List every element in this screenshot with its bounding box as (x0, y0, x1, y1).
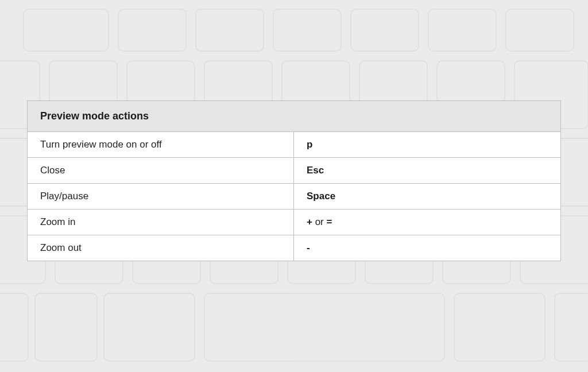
shortcut-cell: Space (294, 184, 560, 209)
action-cell: Turn preview mode on or off (28, 132, 294, 157)
action-label: Turn preview mode on or off (40, 139, 162, 150)
table-body: Turn preview mode on or offpCloseEscPlay… (28, 132, 560, 261)
shortcut-cell: Esc (294, 158, 560, 183)
table-title: Preview mode actions (40, 110, 149, 122)
action-cell: Play/pause (28, 184, 294, 209)
table-row: Play/pauseSpace (28, 184, 560, 210)
key-label: + (307, 216, 312, 227)
action-label: Zoom in (40, 216, 75, 227)
key-separator: or (312, 216, 327, 227)
action-label: Close (40, 165, 65, 176)
key-label: Esc (307, 165, 324, 176)
action-label: Zoom out (40, 242, 82, 253)
table-header: Preview mode actions (28, 101, 560, 132)
action-cell: Close (28, 158, 294, 183)
shortcut-cell: + or = (294, 210, 560, 235)
table-row: Turn preview mode on or offp (28, 132, 560, 158)
action-cell: Zoom in (28, 210, 294, 235)
shortcuts-table: Preview mode actions Turn preview mode o… (27, 100, 561, 261)
key-label: = (327, 216, 332, 227)
shortcut-cell: p (294, 132, 560, 157)
table-row: CloseEsc (28, 158, 560, 184)
table-row: Zoom out- (28, 235, 560, 261)
key-label: Space (307, 191, 335, 202)
shortcut-cell: - (294, 235, 560, 261)
key-label: p (307, 139, 312, 150)
table-row: Zoom in+ or = (28, 210, 560, 235)
action-label: Play/pause (40, 191, 88, 202)
key-label: - (307, 242, 310, 253)
action-cell: Zoom out (28, 235, 294, 261)
